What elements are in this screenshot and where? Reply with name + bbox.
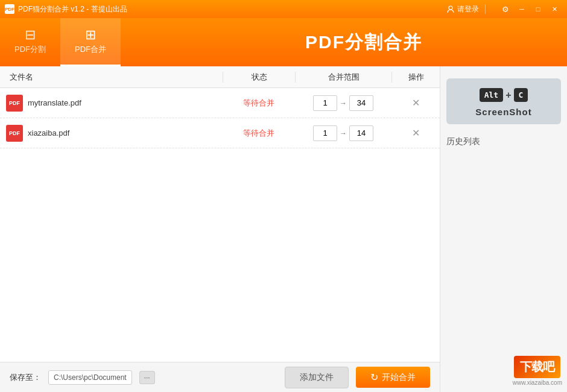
right-panel: Alt + C ScreenShot 历史列表 下载吧 www.xiazaiba… bbox=[440, 66, 567, 392]
svg-point-0 bbox=[449, 6, 452, 10]
app-icon: PDF bbox=[5, 4, 14, 14]
range-start-input[interactable] bbox=[313, 125, 337, 141]
col-header-range: 合并范围 bbox=[295, 72, 391, 83]
tab-split-label: PDF分割 bbox=[14, 44, 46, 55]
merge-icon: ⊞ bbox=[85, 28, 96, 42]
watermark-text: 下载吧 bbox=[514, 356, 560, 378]
kbd-plus: + bbox=[505, 90, 511, 101]
pdf-icon: PDF bbox=[6, 125, 23, 142]
bottom-bar: 保存至： C:\Users\pc\Document ··· 添加文件 ↻ 开始合… bbox=[0, 362, 440, 392]
delete-file-button[interactable]: ✕ bbox=[412, 97, 420, 109]
file-action-cell: ✕ bbox=[391, 127, 440, 139]
window-controls: ⚙ ─ □ ✕ bbox=[498, 3, 562, 15]
table-header: 文件名 状态 合并范围 操作 bbox=[0, 66, 440, 88]
content-panel: 文件名 状态 合并范围 操作 PDF mytranslate.pdf 等待合并 … bbox=[0, 66, 440, 392]
watermark: 下载吧 www.xiazaiba.com bbox=[513, 356, 562, 386]
start-merge-button[interactable]: ↻ 开始合并 bbox=[356, 367, 430, 388]
screenshot-widget: Alt + C ScreenShot bbox=[446, 78, 561, 124]
header: ⊟ PDF分割 ⊞ PDF合并 PDF分割合并 bbox=[0, 18, 567, 66]
tab-pdf-merge[interactable]: ⊞ PDF合并 bbox=[60, 18, 121, 66]
separator bbox=[485, 4, 486, 14]
kbd-alt: Alt bbox=[480, 88, 503, 102]
range-end-input[interactable] bbox=[349, 125, 373, 141]
close-button[interactable]: ✕ bbox=[546, 3, 562, 15]
range-arrow-icon: → bbox=[340, 129, 347, 138]
split-icon: ⊟ bbox=[25, 28, 36, 42]
table-row: PDF xiazaiba.pdf 等待合并 → ✕ bbox=[0, 118, 440, 148]
minimize-button[interactable]: ─ bbox=[514, 3, 530, 15]
login-button[interactable]: 请登录 bbox=[446, 4, 479, 14]
col-header-name: 文件名 bbox=[0, 72, 223, 83]
refresh-icon: ↻ bbox=[370, 371, 378, 383]
save-path: C:\Users\pc\Document bbox=[48, 370, 132, 385]
screenshot-label: ScreenShot bbox=[475, 107, 531, 117]
range-arrow-icon: → bbox=[340, 99, 347, 107]
pdf-icon: PDF bbox=[6, 95, 23, 112]
file-status: 等待合并 bbox=[223, 128, 295, 139]
title-bar-right: 请登录 ⚙ ─ □ ✕ bbox=[446, 3, 562, 15]
delete-file-button[interactable]: ✕ bbox=[412, 127, 420, 139]
kbd-c: C bbox=[514, 88, 528, 102]
settings-button[interactable]: ⚙ bbox=[498, 3, 513, 15]
page-title: PDF分割合并 bbox=[305, 30, 422, 55]
add-file-button[interactable]: 添加文件 bbox=[285, 367, 349, 388]
tab-pdf-split[interactable]: ⊟ PDF分割 bbox=[0, 18, 60, 66]
range-end-input[interactable] bbox=[349, 95, 373, 111]
user-icon bbox=[446, 5, 455, 13]
merge-btn-label: 开始合并 bbox=[382, 372, 416, 383]
file-range-cell: → bbox=[295, 125, 391, 141]
file-name-cell: PDF xiazaiba.pdf bbox=[0, 125, 223, 142]
main-area: 文件名 状态 合并范围 操作 PDF mytranslate.pdf 等待合并 … bbox=[0, 66, 567, 392]
file-status: 等待合并 bbox=[223, 98, 295, 109]
title-bar-left: PDF PDF猫分割合并 v1.2 - 菩提山出品 bbox=[5, 4, 127, 14]
file-name: xiazaiba.pdf bbox=[28, 128, 69, 138]
browse-folder-button[interactable]: ··· bbox=[139, 371, 155, 384]
col-header-action: 操作 bbox=[391, 72, 440, 83]
range-start-input[interactable] bbox=[313, 95, 337, 111]
table-row: PDF mytranslate.pdf 等待合并 → ✕ bbox=[0, 88, 440, 118]
col-header-status: 状态 bbox=[223, 72, 295, 83]
history-label: 历史列表 bbox=[446, 136, 480, 147]
file-name: mytranslate.pdf bbox=[28, 98, 81, 107]
file-action-cell: ✕ bbox=[391, 97, 440, 109]
app-title: PDF猫分割合并 v1.2 - 菩提山出品 bbox=[18, 4, 127, 14]
file-range-cell: → bbox=[295, 95, 391, 111]
login-label: 请登录 bbox=[457, 4, 479, 14]
tab-merge-label: PDF合并 bbox=[75, 44, 106, 55]
watermark-url: www.xiazaiba.com bbox=[513, 379, 562, 386]
file-list: PDF mytranslate.pdf 等待合并 → ✕ PDF xiazaib… bbox=[0, 88, 440, 362]
title-bar: PDF PDF猫分割合并 v1.2 - 菩提山出品 请登录 ⚙ ─ □ ✕ bbox=[0, 0, 567, 18]
save-label: 保存至： bbox=[10, 372, 41, 383]
file-name-cell: PDF mytranslate.pdf bbox=[0, 95, 223, 112]
kbd-combo: Alt + C bbox=[480, 88, 528, 102]
maximize-button[interactable]: □ bbox=[530, 3, 546, 15]
